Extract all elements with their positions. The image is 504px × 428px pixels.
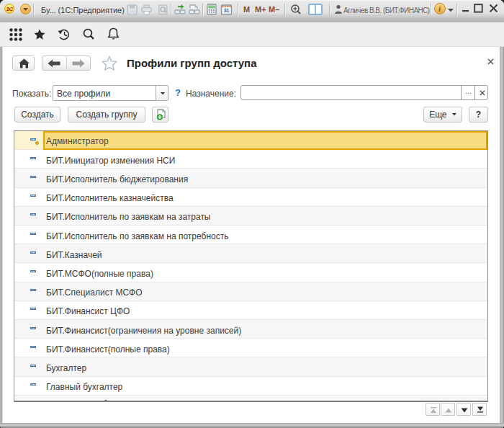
svg-text:31: 31 — [224, 8, 230, 13]
